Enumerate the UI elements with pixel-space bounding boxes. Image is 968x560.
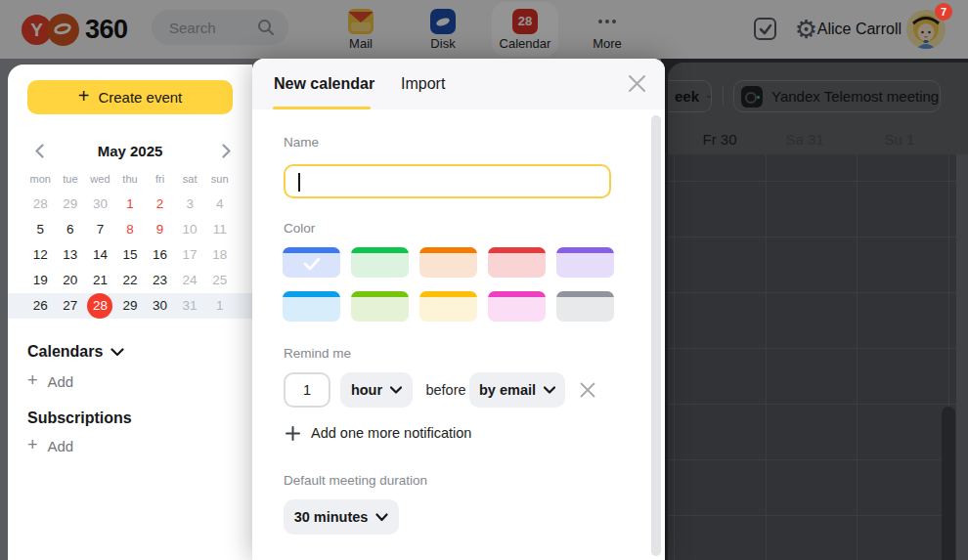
mini-calendar-day[interactable]: 1: [204, 293, 235, 319]
add-calendar-button[interactable]: + Add: [27, 370, 73, 392]
mini-calendar-day[interactable]: 31: [175, 293, 205, 319]
mini-calendar-day[interactable]: 18: [204, 242, 235, 268]
chevron-down-icon: [544, 386, 555, 394]
new-calendar-modal: New calendar Import Name Color Remind me…: [252, 59, 665, 560]
color-swatch[interactable]: [419, 247, 477, 278]
mini-calendar-day[interactable]: 5: [25, 217, 56, 242]
close-icon[interactable]: [627, 73, 647, 98]
telemost-meeting-button[interactable]: Yandex Telemost meeting: [733, 80, 941, 112]
mini-calendar-day[interactable]: 2: [145, 192, 175, 217]
mini-calendar-day[interactable]: 29: [56, 192, 86, 217]
reminder-channel-value: by email: [479, 382, 536, 398]
mini-calendar-day[interactable]: 27: [56, 293, 86, 319]
yandex-360-logo[interactable]: Y 360: [22, 14, 128, 46]
color-swatch[interactable]: [351, 247, 409, 278]
add-subscription-label: Add: [48, 438, 74, 454]
color-swatch[interactable]: [488, 247, 546, 278]
mini-calendar-day[interactable]: 29: [115, 293, 146, 319]
mini-calendar-day[interactable]: 12: [25, 242, 56, 268]
app-calendar[interactable]: 28 Calendar: [492, 2, 558, 57]
mini-calendar-day[interactable]: 11: [204, 217, 235, 242]
calendar-name-input[interactable]: [284, 164, 611, 198]
search-input[interactable]: Search: [152, 10, 288, 45]
mini-calendar-day[interactable]: 9: [145, 217, 175, 242]
reminder-value-input[interactable]: 1: [284, 372, 330, 408]
tasks-checkbox-icon[interactable]: [754, 18, 776, 40]
color-swatch[interactable]: [419, 291, 477, 322]
reminder-unit-dropdown[interactable]: hour: [340, 372, 413, 408]
duration-dropdown[interactable]: 30 minutes: [284, 499, 399, 535]
tab-new-calendar[interactable]: New calendar: [274, 59, 374, 109]
mini-calendar-weekday-row: montuewedthufrisatsun: [25, 168, 235, 190]
mini-calendar-day[interactable]: 13: [56, 242, 86, 268]
app-disk[interactable]: Disk: [410, 2, 476, 57]
create-event-label: Create event: [98, 89, 182, 106]
modal-scrollbar[interactable]: [651, 115, 661, 556]
calendars-section-header[interactable]: Calendars: [27, 341, 124, 363]
add-notification-label: Add one more notification: [311, 425, 471, 441]
mini-calendar-day[interactable]: 10: [175, 217, 205, 242]
swatch-top-strip: [419, 291, 477, 297]
mini-calendar-day[interactable]: 20: [56, 268, 86, 293]
app-mail[interactable]: Mail: [328, 2, 394, 57]
mail-icon: [348, 9, 374, 34]
add-notification-button[interactable]: Add one more notification: [286, 422, 471, 444]
app-calendar-label: Calendar: [492, 36, 558, 51]
mini-calendar-day[interactable]: 30: [85, 192, 115, 217]
color-swatch[interactable]: [283, 291, 340, 322]
mini-calendar-day[interactable]: 21: [85, 268, 115, 293]
mini-calendar-day[interactable]: 4: [204, 192, 235, 217]
next-month-chevron-icon[interactable]: [222, 144, 231, 162]
mini-calendar-today[interactable]: 28: [85, 293, 115, 319]
mini-calendar-day[interactable]: 28: [25, 192, 56, 217]
color-swatch[interactable]: [556, 247, 614, 278]
add-subscription-button[interactable]: + Add: [27, 435, 73, 456]
tab-import[interactable]: Import: [401, 59, 445, 109]
chevron-down-icon: [390, 386, 402, 394]
chevron-down-icon: [707, 93, 711, 101]
remove-reminder-icon[interactable]: [579, 381, 596, 403]
app-more[interactable]: More: [574, 2, 640, 57]
reminder-channel-dropdown[interactable]: by email: [469, 372, 565, 408]
mini-calendar-day[interactable]: 3: [175, 192, 205, 217]
mini-calendar-day[interactable]: 26: [25, 293, 56, 319]
mini-calendar-day[interactable]: 1: [115, 192, 146, 217]
plus-icon: [286, 426, 300, 441]
color-swatch[interactable]: [488, 291, 546, 322]
mini-calendar-day[interactable]: 30: [145, 293, 175, 319]
before-text: before: [422, 372, 469, 408]
color-swatch[interactable]: [351, 291, 409, 322]
mini-calendar-day[interactable]: 17: [175, 242, 205, 268]
app-more-label: More: [574, 36, 640, 51]
mini-calendar-day[interactable]: 7: [85, 217, 115, 242]
settings-gear-icon[interactable]: ⚙: [795, 5, 817, 54]
mini-calendar-day[interactable]: 24: [175, 268, 205, 293]
mini-calendar-day[interactable]: 15: [115, 242, 146, 268]
view-switcher-week-dropdown[interactable]: eek: [668, 80, 712, 112]
user-name[interactable]: Alice Carroll: [817, 0, 902, 59]
chevron-down-icon: [110, 348, 124, 357]
weekday-label: mon: [25, 168, 56, 190]
mini-calendar-day[interactable]: 25: [204, 268, 235, 293]
color-swatch-grid: [283, 247, 614, 322]
mini-calendar-day[interactable]: 19: [25, 268, 56, 293]
sidebar: + Create event May 2025 montuewedthufris…: [8, 65, 252, 560]
calendar-grid: [668, 154, 968, 560]
background-scrollbar-thumb[interactable]: [942, 407, 955, 560]
color-swatch[interactable]: [556, 291, 614, 322]
swatch-top-strip: [283, 247, 340, 253]
mini-calendar-day[interactable]: 22: [115, 268, 146, 293]
mini-calendar-day[interactable]: 23: [145, 268, 175, 293]
create-event-button[interactable]: + Create event: [27, 80, 233, 114]
mini-calendar-day[interactable]: 16: [145, 242, 175, 268]
notification-badge[interactable]: 7: [935, 3, 952, 21]
swatch-top-strip: [556, 291, 614, 297]
color-swatch-selected[interactable]: [283, 247, 340, 278]
topbar: Y 360 Search Mail Disk 28 Calendar More …: [0, 0, 968, 59]
duration-label: Default meeting duration: [284, 473, 427, 488]
mini-calendar-day[interactable]: 14: [85, 242, 115, 268]
mini-calendar-day[interactable]: 8: [115, 217, 146, 242]
swatch-top-strip: [351, 291, 409, 297]
mini-calendar-day[interactable]: 6: [56, 217, 86, 242]
telemost-label: Yandex Telemost meeting: [771, 88, 939, 105]
